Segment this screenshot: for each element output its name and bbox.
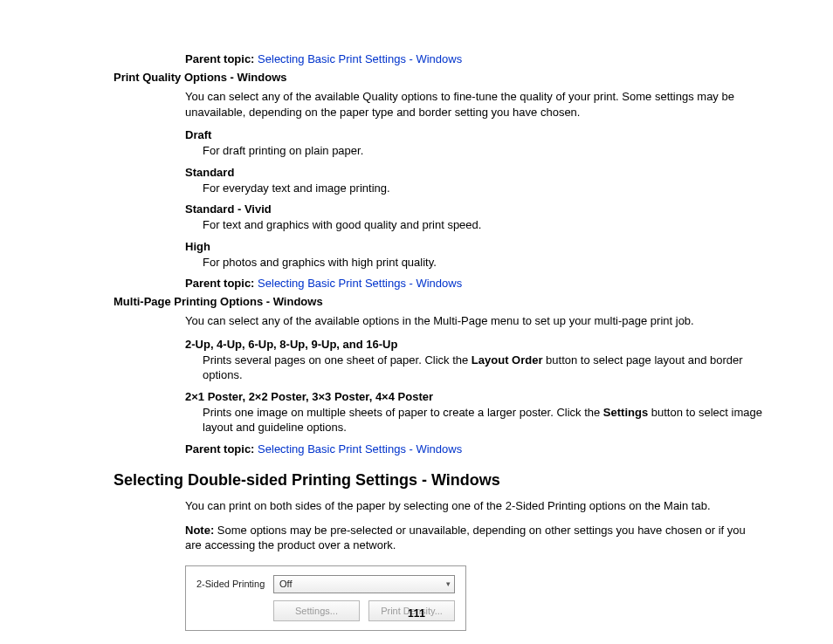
term-standard: Standard: [185, 166, 763, 179]
parent-topic-line-3: Parent topic: Selecting Basic Print Sett…: [185, 442, 763, 456]
select-value: Off: [279, 579, 292, 589]
term-nup: 2-Up, 4-Up, 6-Up, 8-Up, 9-Up, and 16-Up: [185, 338, 763, 351]
layout-order-bold: Layout Order: [472, 353, 543, 367]
chevron-down-icon: ▾: [446, 579, 451, 588]
parent-topic-line-1: Parent topic: Selecting Basic Print Sett…: [185, 52, 763, 65]
settings-bold: Settings: [603, 406, 648, 419]
desc-high: For photos and graphics with high print …: [203, 255, 763, 271]
heading-print-quality: Print Quality Options - Windows: [114, 71, 763, 84]
parent-topic-link[interactable]: Selecting Basic Print Settings - Windows: [258, 52, 462, 65]
parent-topic-link[interactable]: Selecting Basic Print Settings - Windows: [258, 442, 462, 456]
sec2-intro: You can select any of the available opti…: [185, 313, 763, 329]
text: Prints one image on multiple sheets of p…: [203, 406, 603, 419]
desc-standard: For everyday text and image printing.: [203, 181, 763, 196]
figure-row-select: 2-Sided Printing Off ▾: [196, 575, 455, 593]
text: Prints several pages on one sheet of pap…: [203, 353, 472, 367]
term-standard-vivid: Standard - Vivid: [185, 202, 763, 216]
note-label: Note:: [185, 524, 214, 537]
page-number: 111: [0, 607, 833, 620]
parent-topic-line-2: Parent topic: Selecting Basic Print Sett…: [185, 277, 763, 290]
parent-topic-label: Parent topic:: [185, 277, 254, 290]
desc-nup: Prints several pages on one sheet of pap…: [203, 353, 763, 383]
two-sided-select[interactable]: Off ▾: [273, 575, 455, 593]
page-content: Parent topic: Selecting Basic Print Sett…: [0, 0, 833, 631]
sec1-intro: You can select any of the available Qual…: [185, 89, 763, 120]
figure-label-2sided: 2-Sided Printing: [196, 579, 273, 589]
parent-topic-label: Parent topic:: [185, 442, 254, 456]
parent-topic-label: Parent topic:: [185, 52, 254, 65]
term-high: High: [185, 240, 763, 253]
heading-multipage: Multi-Page Printing Options - Windows: [114, 295, 763, 308]
note-text: Some options may be pre-selected or unav…: [185, 524, 746, 552]
parent-topic-link[interactable]: Selecting Basic Print Settings - Windows: [258, 277, 462, 290]
desc-draft: For draft printing on plain paper.: [203, 143, 763, 159]
term-draft: Draft: [185, 128, 763, 141]
sec3-intro: You can print on both sides of the paper…: [185, 498, 763, 514]
figure-2sided-panel: 2-Sided Printing Off ▾ Settings... Print…: [185, 565, 466, 631]
sec3-note: Note: Some options may be pre-selected o…: [185, 523, 763, 553]
desc-poster: Prints one image on multiple sheets of p…: [203, 405, 763, 435]
desc-standard-vivid: For text and graphics with good quality …: [203, 217, 763, 233]
heading-double-sided: Selecting Double-sided Printing Settings…: [114, 471, 763, 490]
term-poster: 2×1 Poster, 2×2 Poster, 3×3 Poster, 4×4 …: [185, 390, 763, 403]
